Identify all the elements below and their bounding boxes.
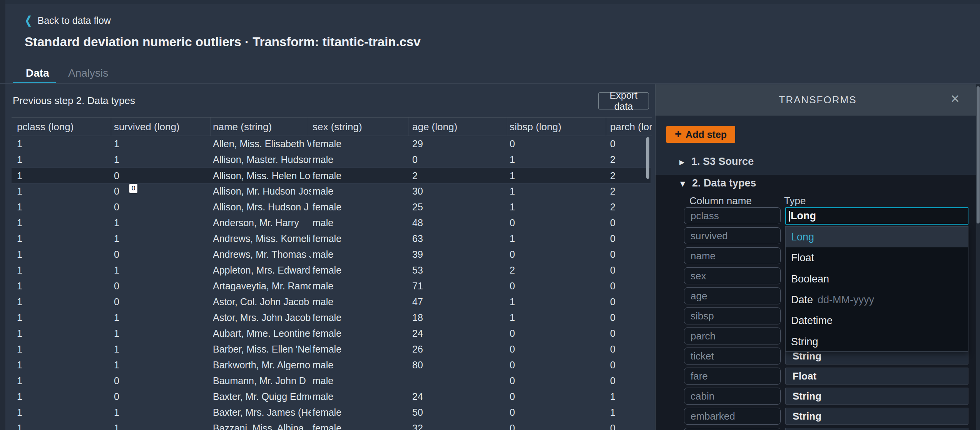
transforms-panel-title: TRANSFORMS: [779, 94, 857, 106]
cell: 0: [114, 278, 212, 294]
column-name-input-cabin[interactable]: cabin: [684, 388, 781, 405]
column-name-input-survived[interactable]: survived: [684, 227, 781, 244]
table-row[interactable]: 11Appleton, Mrs. Edward …female5320: [0, 262, 652, 278]
table-row[interactable]: 11Bazzani, Miss. Albinafemale3200: [0, 420, 652, 430]
column-name-input-embarked[interactable]: embarked: [684, 408, 781, 425]
transforms-panel-header: TRANSFORMS: [656, 84, 980, 116]
cell: 1: [17, 405, 113, 420]
column-name-input-sibsp[interactable]: sibsp: [684, 307, 781, 324]
type-select-next[interactable]: [785, 428, 968, 430]
table-row[interactable]: 11Aubart, Mme. Leontine …female2400: [0, 326, 652, 341]
cell: 1: [510, 310, 609, 326]
cell: 1: [610, 389, 652, 405]
column-name-input-ticket[interactable]: ticket: [684, 348, 781, 364]
table-row[interactable]: 11Allen, Miss. Elisabeth W…female2900: [0, 136, 652, 152]
column-header-parch[interactable]: parch (long): [610, 118, 652, 136]
column-name-header: Column name: [689, 195, 752, 207]
column-header-age[interactable]: age (long): [412, 118, 509, 136]
table-row[interactable]: 10Allison, Miss. Helen Lor…female212: [12, 168, 651, 183]
cell: 0: [510, 420, 609, 430]
cell: 26: [412, 341, 509, 357]
column-header-survived[interactable]: survived (long): [114, 118, 212, 136]
cell: 0: [610, 326, 652, 341]
cell: 0: [610, 357, 652, 373]
export-data-button[interactable]: Export data: [598, 92, 649, 109]
tab-analysis[interactable]: Analysis: [68, 67, 108, 79]
table-row[interactable]: 11Astor, Mrs. John Jacob (…female1810: [0, 310, 652, 326]
dropdown-option-float[interactable]: Float: [786, 247, 968, 269]
cell: Barkworth, Mr. Algerno…: [213, 357, 311, 373]
cell: Allison, Mrs. Hudson J C…: [213, 199, 311, 215]
dropdown-option-boolean[interactable]: Boolean: [786, 269, 968, 289]
type-select-cabin[interactable]: String: [785, 388, 968, 405]
table-row[interactable]: 10Allison, Mrs. Hudson J C…female2512: [0, 199, 652, 215]
dropdown-option-date[interactable]: Datedd-MM-yyyy: [786, 289, 968, 310]
column-name-input-age[interactable]: age: [684, 287, 781, 304]
page-title: Standard deviation numeric outliers · Tr…: [25, 35, 421, 49]
cell: 0: [610, 215, 652, 231]
column-name-input-pclass[interactable]: pclass: [684, 207, 781, 224]
column-header-pclass[interactable]: pclass (long): [17, 118, 113, 136]
table-row[interactable]: 11Barber, Miss. Ellen 'Nellie'female2600: [0, 341, 652, 357]
column-name-input-fare[interactable]: fare: [684, 368, 781, 385]
table-row[interactable]: 11Andrews, Miss. Kornelia…female6310: [0, 231, 652, 247]
cell: 0: [610, 341, 652, 357]
dropdown-option-long[interactable]: Long: [786, 227, 968, 247]
table-row[interactable]: 10Astor, Col. John Jacobmale4710: [0, 294, 652, 310]
cell: female: [313, 199, 411, 215]
close-panel-icon[interactable]: ✕: [950, 93, 960, 105]
table-row[interactable]: 10Artagaveytia, Mr. Ramonmale7100: [0, 278, 652, 294]
table-row[interactable]: 10Baxter, Mr. Quigg Edmo…male2401: [0, 389, 652, 405]
cell: male: [313, 389, 411, 405]
type-combobox-pclass[interactable]: Long: [785, 207, 968, 225]
back-to-data-flow-link[interactable]: ❮ Back to data flow: [24, 14, 111, 27]
table-row[interactable]: 10Allison, Mr. Hudson Jos…male3012: [0, 183, 652, 199]
table-row[interactable]: 11Baxter, Mrs. James (Hel…female5001: [0, 405, 652, 420]
table-scrollbar-thumb[interactable]: [646, 137, 649, 179]
cell: 1: [114, 357, 212, 373]
column-name-input-parch[interactable]: parch: [684, 328, 781, 344]
table-header: pclass (long)survived (long)name (string…: [12, 117, 652, 136]
cell: 1: [17, 199, 113, 215]
cell: Allen, Miss. Elisabeth W…: [213, 136, 311, 152]
cell: Baxter, Mrs. James (Hel…: [213, 405, 311, 420]
dropdown-option-datetime[interactable]: Datetime: [786, 310, 968, 331]
cell: 0: [510, 389, 609, 405]
chevron-down-icon: ▾: [680, 178, 685, 188]
cell: 0: [610, 420, 652, 430]
table-row[interactable]: 11Allison, Master. Hudson…male012: [0, 152, 652, 168]
column-header-sibsp[interactable]: sibsp (long): [510, 118, 609, 136]
tab-data[interactable]: Data: [26, 67, 49, 79]
cell: female: [313, 262, 411, 278]
column-header-sex[interactable]: sex (string): [313, 118, 411, 136]
cell: [412, 373, 509, 389]
previous-step-label: Previous step 2. Data types: [13, 95, 135, 107]
column-divider: [308, 118, 308, 136]
add-step-button[interactable]: + Add step: [666, 126, 735, 143]
cell: Andrews, Mr. Thomas Jr: [213, 247, 311, 262]
column-name-input-name[interactable]: name: [684, 247, 781, 264]
table-row[interactable]: 11Anderson, Mr. Harrymale4800: [0, 215, 652, 231]
cell: 1: [510, 183, 609, 199]
table-row[interactable]: 10Baumann, Mr. John Dmale00: [0, 373, 652, 389]
column-name-input-next[interactable]: [684, 428, 781, 430]
table-row[interactable]: 11Barkworth, Mr. Algerno…male8000: [0, 357, 652, 373]
step-s3-source[interactable]: ▸ 1. S3 Source: [679, 156, 754, 168]
cell: 1: [17, 262, 113, 278]
type-select-embarked[interactable]: String: [785, 408, 968, 425]
cell: 0: [610, 294, 652, 310]
column-name-input-sex[interactable]: sex: [684, 267, 781, 284]
table-row[interactable]: 10Andrews, Mr. Thomas Jrmale3900: [0, 247, 652, 262]
panel-divider: [655, 84, 656, 430]
cell: 32: [412, 420, 509, 430]
dropdown-option-string[interactable]: String: [786, 331, 968, 352]
cell: Anderson, Mr. Harry: [213, 215, 311, 231]
column-header-name[interactable]: name (string): [213, 118, 311, 136]
cell: female: [313, 231, 411, 247]
type-select-fare[interactable]: Float: [785, 368, 968, 385]
cell: 2: [412, 168, 509, 184]
panel-scrollbar-thumb[interactable]: [977, 86, 980, 223]
cell: 0: [510, 326, 609, 341]
cell: 63: [412, 231, 509, 247]
step-data-types[interactable]: ▾ 2. Data types: [680, 177, 756, 189]
